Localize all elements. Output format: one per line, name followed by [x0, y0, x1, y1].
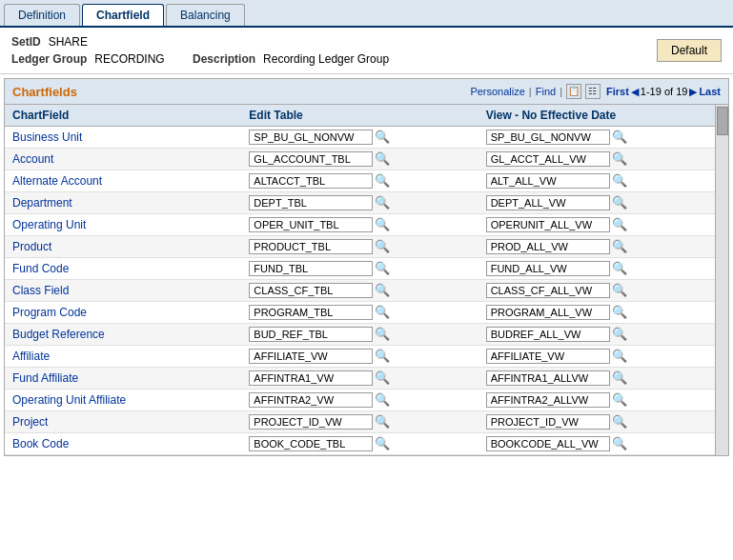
- view-search-icon[interactable]: 🔍: [612, 130, 627, 145]
- view-date-input[interactable]: [486, 392, 610, 408]
- edit-table-input[interactable]: [249, 283, 373, 298]
- view-search-icon[interactable]: 🔍: [612, 370, 627, 386]
- row-view-effective-date: 🔍: [478, 149, 715, 170]
- edit-table-input[interactable]: [249, 305, 373, 320]
- view-date-input[interactable]: [486, 151, 610, 167]
- row-edit-table: 🔍: [241, 258, 478, 280]
- view-search-icon[interactable]: 🔍: [612, 414, 627, 430]
- separator2: |: [560, 86, 562, 97]
- edit-table-input[interactable]: [249, 195, 373, 210]
- view-search-icon[interactable]: 🔍: [612, 436, 627, 451]
- row-edit-table: 🔍: [241, 149, 478, 170]
- view-date-input[interactable]: [486, 349, 610, 364]
- edit-search-icon[interactable]: 🔍: [375, 283, 390, 298]
- next-icon[interactable]: ▶: [689, 86, 697, 98]
- edit-search-icon[interactable]: 🔍: [375, 436, 390, 451]
- view-search-icon[interactable]: 🔍: [612, 327, 627, 342]
- edit-search-icon[interactable]: 🔍: [375, 239, 390, 254]
- table-row: Operating Unit🔍🔍: [5, 214, 715, 236]
- view-search-icon[interactable]: 🔍: [612, 349, 627, 364]
- view-search-icon[interactable]: 🔍: [612, 173, 627, 189]
- default-button[interactable]: Default: [657, 39, 722, 62]
- edit-table-input[interactable]: [249, 217, 373, 232]
- personalize-link[interactable]: Personalize: [470, 86, 524, 97]
- row-edit-table: 🔍: [241, 236, 478, 258]
- view-date-input[interactable]: [486, 436, 610, 451]
- setid-row: SetID SHARE: [11, 35, 389, 49]
- row-chartfield-name: Class Field: [5, 280, 241, 302]
- tab-definition[interactable]: Definition: [4, 4, 80, 26]
- row-edit-table: 🔍: [241, 346, 478, 368]
- view-icon[interactable]: 📋: [566, 84, 581, 99]
- edit-search-icon[interactable]: 🔍: [375, 414, 390, 430]
- view-search-icon[interactable]: 🔍: [612, 305, 627, 320]
- description-label: Description: [193, 52, 255, 66]
- scrollbar[interactable]: [715, 105, 728, 455]
- edit-search-icon[interactable]: 🔍: [375, 327, 390, 342]
- edit-search-icon[interactable]: 🔍: [375, 305, 390, 320]
- view-date-input[interactable]: [486, 173, 610, 189]
- view-search-icon[interactable]: 🔍: [612, 195, 627, 210]
- view-search-icon[interactable]: 🔍: [612, 261, 627, 276]
- row-view-effective-date: 🔍: [478, 302, 715, 324]
- separator1: |: [529, 86, 532, 97]
- last-link[interactable]: Last: [699, 86, 721, 97]
- pagination: First ◀ 1-19 of 19 ▶ Last: [606, 86, 721, 98]
- edit-table-input[interactable]: [249, 151, 373, 167]
- row-edit-table: 🔍: [241, 324, 478, 346]
- edit-table-input[interactable]: [249, 327, 373, 342]
- edit-search-icon[interactable]: 🔍: [375, 151, 390, 167]
- edit-search-icon[interactable]: 🔍: [375, 217, 390, 232]
- edit-search-icon[interactable]: 🔍: [375, 392, 390, 408]
- edit-table-input[interactable]: [249, 239, 373, 254]
- view-date-input[interactable]: [486, 370, 610, 386]
- row-view-effective-date: 🔍: [478, 236, 715, 258]
- view-date-input[interactable]: [486, 195, 610, 210]
- view-date-input[interactable]: [486, 130, 610, 145]
- edit-table-input[interactable]: [249, 349, 373, 364]
- view-search-icon[interactable]: 🔍: [612, 151, 627, 167]
- row-chartfield-name: Account: [5, 149, 241, 170]
- row-edit-table: 🔍: [241, 170, 478, 192]
- row-view-effective-date: 🔍: [478, 258, 715, 280]
- find-link[interactable]: Find: [536, 86, 556, 97]
- table-row: Program Code🔍🔍: [5, 302, 715, 324]
- edit-search-icon[interactable]: 🔍: [375, 261, 390, 276]
- view-search-icon[interactable]: 🔍: [612, 392, 627, 408]
- prev-icon[interactable]: ◀: [631, 86, 639, 98]
- edit-search-icon[interactable]: 🔍: [375, 195, 390, 210]
- edit-search-icon[interactable]: 🔍: [375, 130, 390, 145]
- tab-chartfield[interactable]: Chartfield: [82, 4, 164, 26]
- view-date-input[interactable]: [486, 239, 610, 254]
- tab-balancing[interactable]: Balancing: [166, 4, 245, 26]
- view-date-input[interactable]: [486, 327, 610, 342]
- view-date-input[interactable]: [486, 283, 610, 298]
- grid-icon[interactable]: ☷: [585, 84, 601, 99]
- scrollbar-thumb[interactable]: [717, 107, 728, 135]
- view-date-input[interactable]: [486, 261, 610, 276]
- edit-table-input[interactable]: [249, 130, 373, 145]
- edit-table-input[interactable]: [249, 370, 373, 386]
- edit-table-input[interactable]: [249, 414, 373, 430]
- edit-search-icon[interactable]: 🔍: [375, 349, 390, 364]
- table-row: Department🔍🔍: [5, 192, 715, 214]
- edit-table-input[interactable]: [249, 173, 373, 189]
- edit-search-icon[interactable]: 🔍: [375, 370, 390, 386]
- view-date-input[interactable]: [486, 414, 610, 430]
- view-search-icon[interactable]: 🔍: [612, 239, 627, 254]
- view-search-icon[interactable]: 🔍: [612, 217, 627, 232]
- row-chartfield-name: Operating Unit: [5, 214, 241, 236]
- chartfields-table: ChartField Edit Table View - No Effectiv…: [5, 105, 715, 455]
- table-row: Fund Affiliate🔍🔍: [5, 368, 715, 390]
- first-link[interactable]: First: [606, 86, 629, 97]
- edit-search-icon[interactable]: 🔍: [375, 173, 390, 189]
- view-date-input[interactable]: [486, 305, 610, 320]
- edit-table-input[interactable]: [249, 436, 373, 451]
- edit-table-input[interactable]: [249, 392, 373, 408]
- row-view-effective-date: 🔍: [478, 390, 715, 411]
- edit-table-input[interactable]: [249, 261, 373, 276]
- ledger-group-value: RECORDING: [94, 52, 164, 66]
- view-date-input[interactable]: [486, 217, 610, 232]
- table-row: Class Field🔍🔍: [5, 280, 715, 302]
- view-search-icon[interactable]: 🔍: [612, 283, 627, 298]
